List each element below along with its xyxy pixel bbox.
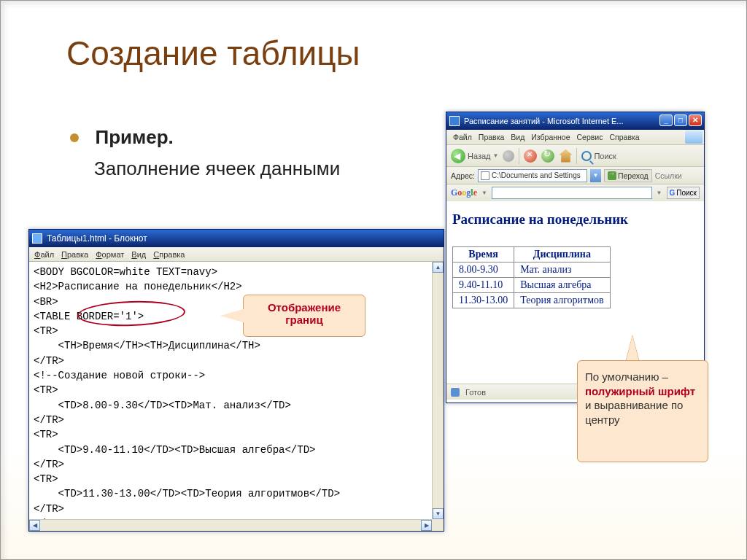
scroll-up-icon[interactable]: ▲	[433, 262, 444, 273]
ie-menu-help[interactable]: Справка	[609, 133, 639, 141]
callout-border-text: Отображение границ	[268, 301, 341, 326]
search-icon	[581, 151, 592, 161]
separator	[576, 148, 577, 164]
ie-window: Расписание занятий - Microsoft Internet …	[446, 112, 705, 403]
scroll-right-icon[interactable]: ▶	[421, 520, 432, 531]
ie-menu-tools[interactable]: Сервис	[577, 133, 603, 141]
google-search-input[interactable]	[492, 187, 652, 199]
notepad-icon	[32, 233, 42, 244]
bullet-icon	[70, 133, 79, 142]
ie-menu-view[interactable]: Вид	[511, 133, 525, 141]
cell-subject: Высшая алгебра	[514, 278, 610, 293]
callout-th-line1: По умолчанию –	[585, 370, 668, 383]
google-logo[interactable]: Google	[451, 187, 477, 198]
address-input[interactable]: C:\Documents and Settings	[478, 169, 587, 182]
go-button[interactable]: Переход	[604, 169, 652, 182]
notepad-title: Таблицы1.html - Блокнот	[47, 233, 147, 244]
close-button[interactable]: ✕	[689, 114, 702, 126]
table-row: 9.40-11.10 Высшая алгебра	[453, 278, 611, 293]
callout-th-line3: и выравнивание по центру	[585, 399, 683, 426]
menu-file[interactable]: Файл	[34, 250, 54, 259]
ie-page-content: Расписание на понедельник Время Дисципли…	[446, 201, 704, 384]
google-search-label: Поиск	[676, 189, 697, 197]
notepad-textarea[interactable]: <BODY BGCOLOR=white TEXT=navy> <H2>Распи…	[29, 262, 444, 519]
slide-title: Создание таблицы	[66, 34, 360, 73]
home-button[interactable]	[559, 149, 572, 163]
chevron-down-icon: ▼	[493, 152, 499, 159]
ie-menu-edit[interactable]: Правка	[479, 133, 504, 141]
callout-th: По умолчанию – полужирный шрифт и выравн…	[577, 360, 708, 462]
cell-time: 9.40-11.10	[453, 278, 514, 293]
page-icon	[481, 171, 489, 180]
windows-logo-icon	[685, 131, 703, 144]
scrollbar-horizontal[interactable]: ◀ ▶	[29, 519, 432, 531]
go-label: Переход	[618, 171, 649, 180]
menu-edit[interactable]: Правка	[61, 250, 88, 259]
menu-help[interactable]: Справка	[153, 250, 185, 259]
th-time: Время	[453, 247, 514, 262]
table-row: 8.00-9.30 Мат. анализ	[453, 262, 611, 278]
separator	[519, 148, 519, 164]
ie-toolbar: Назад ▼ Поиск	[446, 144, 704, 166]
example-bullet: Пример.	[70, 126, 174, 149]
back-icon	[451, 149, 465, 163]
status-ready: Готов	[465, 388, 486, 397]
menu-format[interactable]: Формат	[96, 250, 124, 259]
cell-subject: Мат. анализ	[514, 262, 610, 278]
page-heading: Расписание на понедельник	[452, 211, 698, 228]
forward-button[interactable]	[503, 150, 514, 162]
table-header-row: Время Дисциплина	[453, 247, 611, 262]
ie-menubar: Файл Правка Вид Избранное Сервис Справка	[446, 130, 704, 144]
ie-icon	[449, 116, 460, 126]
ie-menu-file[interactable]: Файл	[453, 133, 472, 141]
address-label: Адрес:	[451, 171, 475, 180]
cell-time: 11.30-13.00	[453, 293, 514, 308]
cell-subject: Теория алгоритмов	[514, 293, 610, 308]
scroll-left-icon[interactable]: ◀	[29, 520, 40, 531]
cell-time: 8.00-9.30	[453, 262, 514, 278]
links-label[interactable]: Ссылки	[655, 171, 682, 180]
minimize-button[interactable]: _	[659, 114, 673, 126]
schedule-table: Время Дисциплина 8.00-9.30 Мат. анализ 9…	[452, 246, 611, 308]
ie-titlebar[interactable]: Расписание занятий - Microsoft Internet …	[446, 112, 704, 130]
stop-button[interactable]	[524, 149, 537, 163]
google-toolbar: Google ▼ ▼ G Поиск	[446, 184, 704, 201]
slide: Создание таблицы Пример. Заполнение ячее…	[0, 0, 747, 560]
go-icon	[608, 171, 616, 180]
address-dropdown-icon[interactable]: ▼	[590, 169, 601, 182]
google-search-button[interactable]: G Поиск	[667, 187, 700, 199]
back-button[interactable]: Назад ▼	[451, 149, 498, 163]
scrollbar-vertical[interactable]: ▲ ▼	[432, 262, 444, 519]
notepad-titlebar[interactable]: Таблицы1.html - Блокнот	[29, 230, 444, 247]
example-subtitle: Заполнение ячеек данными	[94, 158, 340, 180]
menu-view[interactable]: Вид	[131, 250, 146, 259]
example-label: Пример.	[95, 126, 173, 148]
address-value: C:\Documents and Settings	[492, 171, 581, 179]
status-icon	[451, 388, 460, 397]
search-label: Поиск	[594, 152, 616, 160]
refresh-button[interactable]	[541, 149, 554, 163]
back-label: Назад	[468, 152, 491, 160]
ie-title: Расписание занятий - Microsoft Internet …	[464, 117, 624, 125]
maximize-button[interactable]: □	[674, 114, 687, 126]
callout-th-bold: полужирный шрифт	[585, 385, 695, 397]
notepad-menubar: Файл Правка Формат Вид Справка	[29, 247, 444, 262]
scroll-down-icon[interactable]: ▼	[433, 508, 444, 519]
ie-address-bar: Адрес: C:\Documents and Settings ▼ Перех…	[446, 166, 704, 184]
table-row: 11.30-13.00 Теория алгоритмов	[453, 293, 611, 308]
ie-menu-favorites[interactable]: Избранное	[531, 133, 570, 141]
notepad-window: Таблицы1.html - Блокнот Файл Правка Форм…	[28, 229, 444, 532]
search-button[interactable]: Поиск	[581, 151, 616, 161]
scrollbar-corner	[432, 519, 444, 531]
callout-border: Отображение границ	[243, 295, 365, 337]
th-subject: Дисциплина	[514, 247, 610, 262]
